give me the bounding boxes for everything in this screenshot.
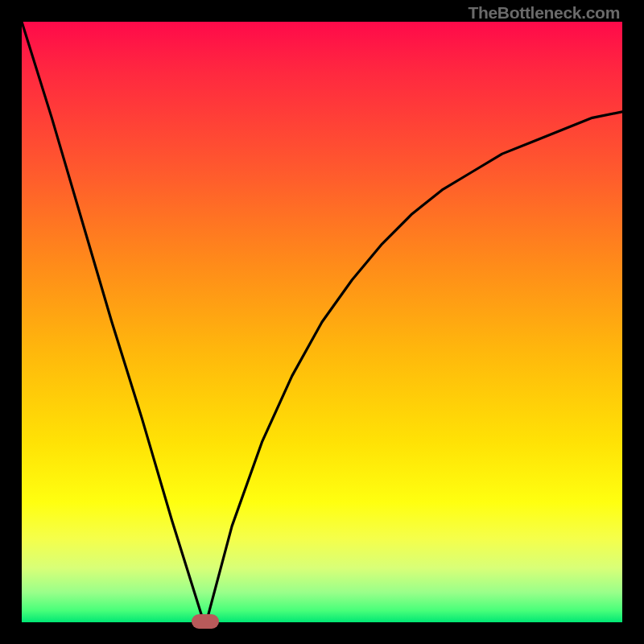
curve-plot bbox=[22, 22, 622, 622]
minimum-marker bbox=[192, 614, 219, 629]
watermark-text: TheBottleneck.com bbox=[468, 3, 620, 23]
chart-frame bbox=[22, 22, 622, 622]
